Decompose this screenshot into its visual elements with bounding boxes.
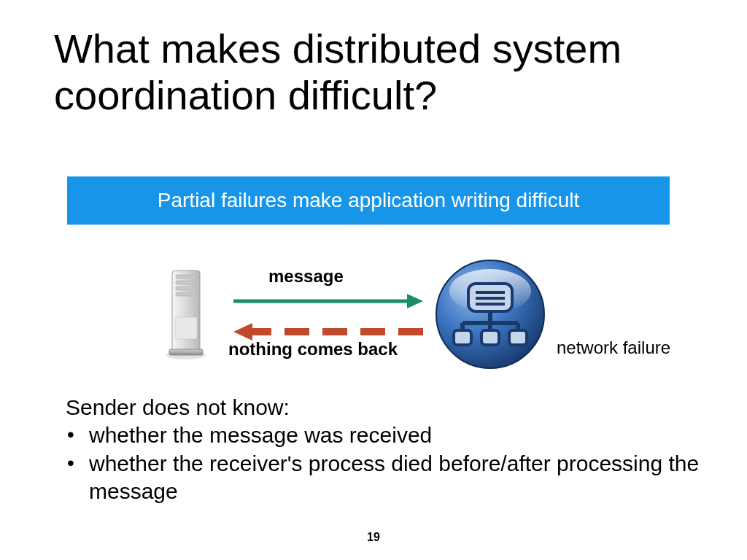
page-number: 19 — [0, 531, 747, 544]
message-label: message — [268, 266, 344, 287]
body-lead: Sender does not know: — [66, 394, 700, 421]
arrow-message-icon — [233, 292, 423, 310]
bullet-text: whether the receiver's process died befo… — [89, 450, 700, 506]
svg-rect-7 — [169, 349, 203, 355]
svg-rect-23 — [454, 330, 471, 345]
bullet-item: • whether the message was received — [66, 421, 700, 449]
svg-rect-6 — [175, 317, 197, 339]
arrow-return-icon — [233, 323, 423, 341]
svg-rect-25 — [509, 330, 527, 345]
svg-rect-24 — [481, 330, 499, 345]
svg-rect-5 — [176, 292, 196, 296]
svg-rect-4 — [176, 287, 196, 290]
svg-marker-11 — [233, 323, 252, 341]
banner: Partial failures make application writin… — [67, 176, 670, 225]
banner-text: Partial failures make application writin… — [158, 189, 579, 212]
bullet-dot-icon: • — [66, 450, 89, 506]
svg-rect-2 — [176, 275, 196, 279]
network-failure-label: network failure — [557, 338, 670, 358]
diagram: message nothing comes back — [0, 244, 747, 383]
nothing-back-label: nothing comes back — [228, 339, 398, 359]
slide-title: What makes distributed system coordinati… — [54, 26, 696, 120]
bullet-dot-icon: • — [66, 421, 89, 449]
network-icon — [432, 256, 549, 373]
bullet-text: whether the message was received — [89, 421, 700, 449]
svg-marker-9 — [407, 294, 423, 308]
bullet-item: • whether the receiver's process died be… — [66, 450, 700, 506]
slide: What makes distributed system coordinati… — [0, 0, 747, 560]
svg-rect-3 — [176, 281, 196, 284]
body-text: Sender does not know: • whether the mess… — [66, 394, 700, 506]
server-icon — [165, 266, 207, 361]
